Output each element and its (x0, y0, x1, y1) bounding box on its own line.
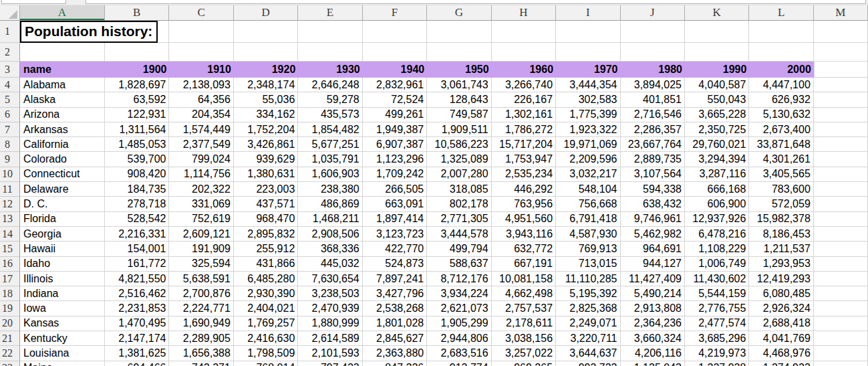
cell-D16[interactable]: 431,866 (234, 257, 298, 272)
cell-F22[interactable]: 2,363,880 (363, 346, 427, 361)
cell-B11[interactable]: 184,735 (105, 182, 169, 197)
cell-E21[interactable]: 2,614,589 (298, 331, 362, 346)
cell-K17[interactable]: 11,430,602 (685, 272, 749, 286)
cell-A8[interactable]: California (20, 137, 105, 152)
cell-J23[interactable]: 1,125,043 (621, 361, 685, 366)
cell-J7[interactable]: 2,286,357 (621, 122, 685, 137)
cell-L4[interactable]: 4,447,100 (749, 78, 813, 92)
cell-H9[interactable]: 1,753,947 (492, 152, 556, 167)
cell-F10[interactable]: 1,709,242 (363, 167, 427, 182)
row-header-11[interactable]: 11 (0, 182, 20, 197)
cell-F1[interactable] (363, 21, 427, 43)
select-all-corner[interactable] (0, 5, 20, 20)
cell-G5[interactable]: 128,643 (427, 92, 491, 107)
cell-K20[interactable]: 2,477,574 (685, 316, 749, 331)
cell-F7[interactable]: 1,949,387 (363, 122, 427, 137)
row-header-19[interactable]: 19 (0, 301, 20, 316)
row-header-10[interactable]: 10 (0, 167, 20, 182)
cell-C3[interactable]: 1910 (169, 62, 233, 78)
cell-E9[interactable]: 1,035,791 (298, 152, 362, 167)
cell-C7[interactable]: 1,574,449 (169, 122, 233, 137)
cell-B2[interactable] (105, 43, 169, 62)
cell-F16[interactable]: 524,873 (363, 257, 427, 272)
row-header-22[interactable]: 22 (0, 346, 20, 361)
cell-E16[interactable]: 445,032 (298, 257, 362, 272)
cell-F13[interactable]: 1,897,414 (363, 212, 427, 227)
cell-G8[interactable]: 10,586,223 (427, 137, 491, 152)
cell-H5[interactable]: 226,167 (492, 92, 556, 107)
cell-D14[interactable]: 2,895,832 (234, 227, 298, 242)
cell-L14[interactable]: 8,186,453 (749, 227, 813, 242)
cell-F20[interactable]: 1,801,028 (363, 316, 427, 331)
cell-I15[interactable]: 769,913 (556, 242, 620, 256)
cell-I20[interactable]: 2,249,071 (556, 316, 620, 331)
cell-M20[interactable] (814, 316, 868, 331)
cell-E4[interactable]: 2,646,248 (298, 78, 362, 92)
cell-K9[interactable]: 3,294,394 (685, 152, 749, 167)
cell-F15[interactable]: 422,770 (363, 242, 427, 256)
cell-A7[interactable]: Arkansas (20, 122, 105, 137)
cell-G12[interactable]: 802,178 (427, 197, 491, 211)
column-header-F[interactable]: F (363, 5, 427, 20)
cell-K6[interactable]: 3,665,228 (685, 108, 749, 122)
cell-B7[interactable]: 1,311,564 (105, 122, 169, 137)
cell-J6[interactable]: 2,716,546 (621, 108, 685, 122)
cell-E3[interactable]: 1930 (298, 62, 362, 78)
cell-M23[interactable] (814, 361, 868, 366)
cell-F5[interactable]: 72,524 (363, 92, 427, 107)
cell-D8[interactable]: 3,426,861 (234, 137, 298, 152)
row-header-23[interactable]: 23 (0, 361, 20, 366)
cell-D20[interactable]: 1,769,257 (234, 316, 298, 331)
cell-I18[interactable]: 5,195,392 (556, 286, 620, 301)
cell-M3[interactable] (814, 62, 868, 78)
cell-L21[interactable]: 4,041,769 (749, 331, 813, 346)
cell-M12[interactable] (814, 197, 868, 211)
cell-M22[interactable] (814, 346, 868, 361)
cell-K7[interactable]: 2,350,725 (685, 122, 749, 137)
cell-F9[interactable]: 1,123,296 (363, 152, 427, 167)
cell-E20[interactable]: 1,880,999 (298, 316, 362, 331)
cell-K16[interactable]: 1,006,749 (685, 257, 749, 272)
cell-C9[interactable]: 799,024 (169, 152, 233, 167)
cell-C23[interactable]: 742,371 (169, 361, 233, 366)
cell-E12[interactable]: 486,869 (298, 197, 362, 211)
cell-L9[interactable]: 4,301,261 (749, 152, 813, 167)
cell-I7[interactable]: 1,923,322 (556, 122, 620, 137)
cell-K1[interactable] (685, 21, 749, 43)
cell-L15[interactable]: 1,211,537 (749, 242, 813, 256)
cell-J16[interactable]: 944,127 (621, 257, 685, 272)
cell-D2[interactable] (234, 43, 298, 62)
cell-K21[interactable]: 3,685,296 (685, 331, 749, 346)
cell-J12[interactable]: 638,432 (621, 197, 685, 211)
cell-I23[interactable]: 993,722 (556, 361, 620, 366)
cell-I5[interactable]: 302,583 (556, 92, 620, 107)
cell-H19[interactable]: 2,757,537 (492, 301, 556, 316)
cell-C21[interactable]: 2,289,905 (169, 331, 233, 346)
cell-G22[interactable]: 2,683,516 (427, 346, 491, 361)
cell-K5[interactable]: 550,043 (685, 92, 749, 107)
cell-E22[interactable]: 2,101,593 (298, 346, 362, 361)
cell-F17[interactable]: 7,897,241 (363, 272, 427, 286)
cell-H16[interactable]: 667,191 (492, 257, 556, 272)
cell-D15[interactable]: 255,912 (234, 242, 298, 256)
cell-G2[interactable] (427, 43, 491, 62)
column-header-H[interactable]: H (492, 5, 556, 20)
cell-D1[interactable] (234, 21, 298, 43)
cell-B10[interactable]: 908,420 (105, 167, 169, 182)
cell-I11[interactable]: 548,104 (556, 182, 620, 197)
cell-D6[interactable]: 334,162 (234, 108, 298, 122)
cell-I4[interactable]: 3,444,354 (556, 78, 620, 92)
row-header-16[interactable]: 16 (0, 257, 20, 272)
cell-E14[interactable]: 2,908,506 (298, 227, 362, 242)
cell-L6[interactable]: 5,130,632 (749, 108, 813, 122)
column-header-K[interactable]: K (685, 5, 749, 20)
cell-A21[interactable]: Kentucky (20, 331, 105, 346)
cell-C22[interactable]: 1,656,388 (169, 346, 233, 361)
cell-B8[interactable]: 1,485,053 (105, 137, 169, 152)
cell-C19[interactable]: 2,224,771 (169, 301, 233, 316)
cell-G3[interactable]: 1950 (427, 62, 491, 78)
cell-B15[interactable]: 154,001 (105, 242, 169, 256)
cell-D18[interactable]: 2,930,390 (234, 286, 298, 301)
cell-C14[interactable]: 2,609,121 (169, 227, 233, 242)
cell-L13[interactable]: 15,982,378 (749, 212, 813, 227)
